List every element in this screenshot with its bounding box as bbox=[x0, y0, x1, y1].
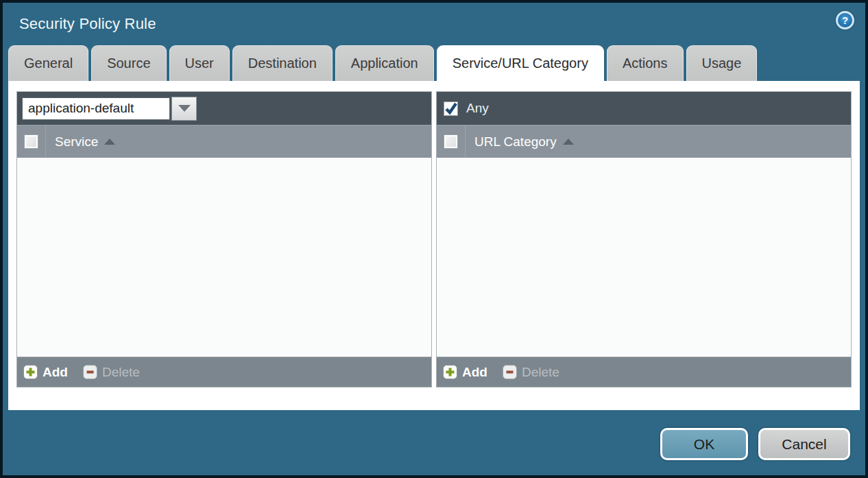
add-button-label: Add bbox=[462, 365, 487, 380]
chevron-down-icon bbox=[178, 105, 191, 112]
tab-application[interactable]: Application bbox=[335, 45, 434, 81]
url-category-delete-button[interactable]: Delete bbox=[503, 365, 559, 380]
tab-actions[interactable]: Actions bbox=[607, 45, 684, 81]
add-button-label: Add bbox=[43, 365, 68, 380]
any-checkbox-label: Any bbox=[466, 101, 489, 116]
minus-icon bbox=[503, 365, 517, 379]
service-table-header: Service bbox=[17, 125, 431, 158]
url-category-table-body bbox=[437, 158, 851, 357]
service-panel: Service Add Dele bbox=[16, 91, 432, 387]
url-category-add-button[interactable]: Add bbox=[443, 365, 487, 380]
check-icon bbox=[444, 102, 457, 115]
cancel-button[interactable]: Cancel bbox=[758, 428, 850, 460]
url-category-table-header: URL Category bbox=[437, 125, 851, 158]
delete-button-label: Delete bbox=[522, 365, 559, 380]
service-mode-input[interactable] bbox=[22, 97, 170, 120]
service-select-all-checkbox[interactable] bbox=[24, 134, 38, 149]
tab-usage[interactable]: Usage bbox=[686, 45, 758, 81]
tab-destination[interactable]: Destination bbox=[232, 45, 333, 81]
url-category-any-bar: Any bbox=[437, 92, 851, 125]
service-add-button[interactable]: Add bbox=[23, 365, 68, 380]
service-delete-button[interactable]: Delete bbox=[83, 365, 140, 380]
titlebar: Security Policy Rule ? bbox=[3, 3, 865, 45]
tab-content: Service Add Dele bbox=[8, 81, 860, 410]
url-category-select-all-checkbox[interactable] bbox=[444, 134, 458, 149]
url-category-table-footer: Add Delete bbox=[437, 357, 851, 387]
sort-ascending-icon bbox=[563, 139, 574, 145]
url-category-header-checkbox-cell bbox=[437, 126, 466, 158]
any-checkbox[interactable] bbox=[444, 101, 458, 116]
tab-service-url-category[interactable]: Service/URL Category bbox=[437, 45, 604, 81]
sort-ascending-icon bbox=[104, 139, 115, 145]
tab-bar: General Source User Destination Applicat… bbox=[3, 45, 865, 81]
tab-source[interactable]: Source bbox=[91, 45, 166, 81]
service-column-header[interactable]: Service bbox=[46, 134, 115, 150]
delete-button-label: Delete bbox=[102, 365, 140, 380]
url-category-panel: Any URL Category Add bbox=[436, 91, 852, 387]
url-category-column-label: URL Category bbox=[474, 134, 557, 150]
service-header-checkbox-cell bbox=[17, 126, 46, 158]
service-mode-dropdown-button[interactable] bbox=[171, 97, 197, 121]
tab-user[interactable]: User bbox=[169, 45, 230, 81]
minus-icon bbox=[83, 365, 97, 379]
page-title: Security Policy Rule bbox=[19, 15, 156, 33]
service-mode-bar bbox=[17, 92, 431, 125]
service-column-label: Service bbox=[55, 134, 98, 150]
service-table-body bbox=[17, 158, 431, 357]
security-policy-rule-dialog: Security Policy Rule ? General Source Us… bbox=[0, 0, 868, 478]
url-category-column-header[interactable]: URL Category bbox=[466, 134, 574, 150]
dialog-footer: OK Cancel bbox=[3, 410, 865, 475]
plus-icon bbox=[23, 365, 38, 379]
plus-icon bbox=[443, 365, 457, 379]
help-icon[interactable]: ? bbox=[836, 11, 854, 29]
any-row: Any bbox=[442, 101, 489, 116]
ok-button[interactable]: OK bbox=[660, 428, 748, 460]
service-table-footer: Add Delete bbox=[17, 357, 431, 387]
tab-general[interactable]: General bbox=[8, 45, 88, 81]
